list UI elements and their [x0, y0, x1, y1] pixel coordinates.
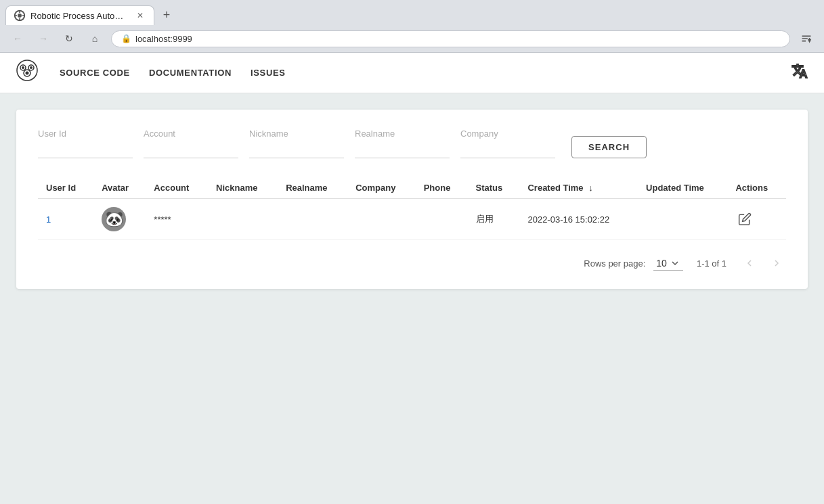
company-label: Company: [460, 129, 555, 139]
nav-source-code[interactable]: SOURCE CODE: [60, 68, 130, 78]
company-input[interactable]: [460, 141, 555, 158]
lock-icon: 🔒: [121, 34, 131, 43]
col-avatar: Avatar: [93, 177, 146, 199]
next-page-btn: [767, 254, 786, 273]
active-tab[interactable]: Robotic Process Automation T ✕: [5, 5, 154, 25]
rows-per-page-value: 10: [656, 258, 667, 269]
cell-realname: [278, 199, 347, 240]
cell-status: 启用: [468, 199, 520, 240]
table-head: User Id Avatar Account Nickname Realname: [38, 177, 786, 199]
user-id-link[interactable]: 1: [46, 214, 51, 225]
table-header-row: User Id Avatar Account Nickname Realname: [38, 177, 786, 199]
sort-arrow-down: ↓: [588, 183, 593, 193]
translate-btn[interactable]: [797, 29, 816, 48]
col-realname: Realname: [278, 177, 347, 199]
action-edit-btn[interactable]: [735, 210, 754, 229]
nav-documentation[interactable]: DOCUMENTATION: [149, 68, 232, 78]
search-field-account: Account: [144, 129, 238, 158]
search-field-company: Company: [460, 129, 555, 158]
content-card: User Id Account Nickname Realname Compan…: [16, 110, 808, 289]
avatar: 🐼: [102, 207, 126, 231]
main-content: User Id Account Nickname Realname Compan…: [0, 93, 824, 305]
rows-per-page-label: Rows per page:: [584, 258, 645, 269]
nickname-input[interactable]: [249, 141, 344, 158]
tab-title: Robotic Process Automation T: [30, 11, 129, 21]
nav-issues[interactable]: ISSUES: [251, 68, 286, 78]
search-button[interactable]: SEARCH: [571, 136, 647, 158]
tab-close-btn[interactable]: ✕: [135, 10, 146, 21]
app-header: SOURCE CODE DOCUMENTATION ISSUES: [0, 53, 824, 93]
svg-point-1: [18, 14, 22, 18]
app-logo: [16, 60, 38, 86]
table-row: 1 🐼 *****: [38, 199, 786, 240]
search-form: User Id Account Nickname Realname Compan…: [38, 129, 786, 158]
cell-user-id: 1: [38, 199, 93, 240]
col-updated-time: Updated Time: [638, 177, 727, 199]
header-translate-btn[interactable]: [792, 63, 808, 83]
table-body: 1 🐼 *****: [38, 199, 786, 240]
search-field-nickname: Nickname: [249, 129, 344, 158]
account-label: Account: [144, 129, 238, 139]
realname-label: Realname: [355, 129, 450, 139]
user-id-label: User Id: [38, 129, 133, 139]
search-field-realname: Realname: [355, 129, 450, 158]
svg-point-10: [22, 66, 24, 69]
cell-actions: [727, 199, 786, 240]
chevron-right-icon: [771, 258, 782, 269]
cell-account: *****: [146, 199, 208, 240]
avatar-panda-icon: 🐼: [105, 212, 123, 227]
cell-updated-time: [638, 199, 727, 240]
svg-point-12: [26, 72, 29, 75]
address-bar: ← → ↻ ⌂ 🔒 localhost:9999: [0, 25, 824, 52]
col-phone: Phone: [416, 177, 468, 199]
account-input[interactable]: [144, 141, 238, 158]
url-bar[interactable]: 🔒 localhost:9999: [111, 30, 790, 47]
nav-links: SOURCE CODE DOCUMENTATION ISSUES: [60, 68, 770, 78]
col-actions: Actions: [727, 177, 786, 199]
cell-created-time: 2022-03-16 15:02:22: [519, 199, 638, 240]
back-btn: ←: [8, 29, 27, 48]
realname-input[interactable]: [355, 141, 450, 158]
tab-bar: Robotic Process Automation T ✕ +: [0, 0, 824, 25]
prev-page-btn: [740, 254, 759, 273]
chevron-down-icon: [670, 258, 680, 269]
col-company: Company: [347, 177, 415, 199]
col-nickname: Nickname: [208, 177, 278, 199]
forward-btn: →: [34, 29, 53, 48]
cell-phone: [416, 199, 468, 240]
data-table: User Id Avatar Account Nickname Realname: [38, 177, 786, 240]
svg-point-6: [17, 60, 37, 81]
browser-chrome: Robotic Process Automation T ✕ + ← → ↻ ⌂…: [0, 0, 824, 53]
col-created-time[interactable]: Created Time ↓: [519, 177, 638, 199]
nickname-label: Nickname: [249, 129, 344, 139]
user-id-input[interactable]: [38, 141, 133, 158]
cell-nickname: [208, 199, 278, 240]
home-btn[interactable]: ⌂: [85, 29, 104, 48]
col-account: Account: [146, 177, 208, 199]
pagination-row: Rows per page: 10 1-1 of 1: [38, 254, 786, 273]
col-status: Status: [468, 177, 520, 199]
search-field-user-id: User Id: [38, 129, 133, 158]
cell-company: [347, 199, 415, 240]
tab-favicon: [14, 10, 25, 21]
rows-per-page-select[interactable]: 10: [653, 256, 683, 271]
page-info: 1-1 of 1: [697, 258, 727, 269]
reload-btn[interactable]: ↻: [60, 29, 79, 48]
cell-avatar: 🐼: [93, 199, 146, 240]
col-user-id: User Id: [38, 177, 93, 199]
url-text: localhost:9999: [135, 34, 192, 44]
new-tab-btn[interactable]: +: [157, 6, 176, 25]
chevron-left-icon: [744, 258, 755, 269]
svg-point-11: [30, 66, 32, 69]
